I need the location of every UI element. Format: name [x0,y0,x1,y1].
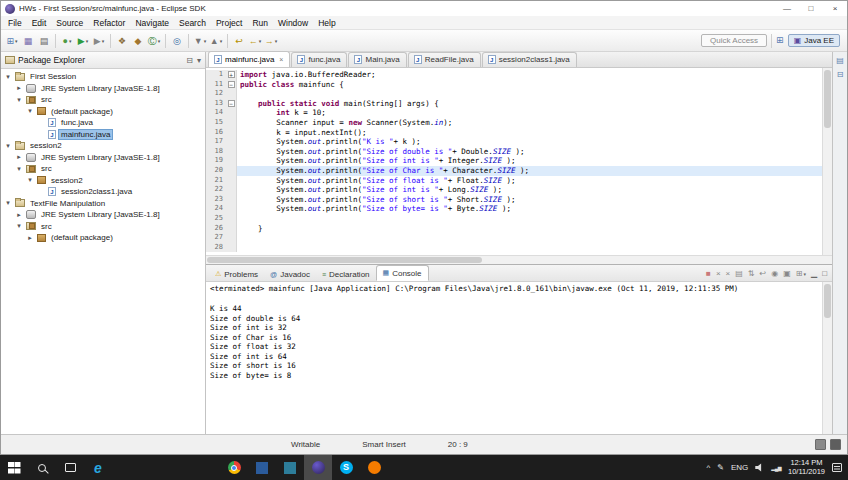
tree-item-jre-system-library-javase-1-8[interactable]: ▸JRE System Library [JavaSE-1.8] [1,83,205,95]
teal-app-button[interactable] [276,455,304,480]
tree-item-src[interactable]: ▾src [1,221,205,233]
skype-app-button[interactable]: S [332,455,360,480]
blue-app-button[interactable] [248,455,276,480]
new-class-icon[interactable]: Ⓒ▾ [146,32,162,49]
clear-console-icon[interactable]: ▤ [735,267,743,281]
debug-icon[interactable]: ●▾ [59,32,75,49]
word-wrap-icon[interactable]: ↩ [760,267,767,281]
tree-item-jre-system-library-javase-1-8[interactable]: ▸JRE System Library [JavaSE-1.8] [1,209,205,221]
minimize-button[interactable]: — [775,1,799,16]
minimized-view-icon-2[interactable]: ⊟ [837,70,844,79]
code-line-22[interactable]: 22 System.out.println("Size of int is "+… [206,185,822,195]
remove-all-launches-icon[interactable]: × [726,267,731,281]
editor-tab-func-java[interactable]: Jfunc.java [291,52,347,67]
back-icon[interactable]: ←▾ [247,32,263,49]
code-line-23[interactable]: 23 System.out.println("Size of short is … [206,195,822,205]
expander-icon[interactable]: ▸ [15,211,23,219]
close-button[interactable]: × [823,1,847,16]
language-indicator[interactable]: ENG [731,463,748,472]
title-bar[interactable]: HWs - First Session/src/mainfunc.java - … [1,1,847,16]
action-center-button[interactable] [832,463,842,472]
expander-icon[interactable]: ▾ [4,199,12,207]
menu-window[interactable]: Window [273,18,313,28]
fold-collapse-icon[interactable]: − [228,100,235,107]
maximize-panel-icon[interactable]: □ [822,267,827,281]
code-line-15[interactable]: 15 Scanner input = new Scanner(System.in… [206,118,822,128]
open-console-icon[interactable]: ⊞▾ [796,267,806,281]
code-line-12[interactable]: 12 [206,89,822,99]
menu-file[interactable]: File [3,18,27,28]
menu-help[interactable]: Help [313,18,340,28]
save-icon[interactable]: ▦ [20,32,36,49]
code-line-14[interactable]: 14 int k = 10; [206,108,822,118]
volume-icon[interactable] [755,463,764,472]
expander-icon[interactable]: ▸ [26,234,34,242]
orange-app-button[interactable] [360,455,388,480]
minimized-view-icon-1[interactable]: ▤ [836,56,844,65]
fold-toggle[interactable]: − [226,99,237,109]
menu-refactor[interactable]: Refactor [88,18,130,28]
fold-expand-icon[interactable]: + [228,71,235,78]
collapse-all-icon[interactable]: ⊟ [186,56,193,65]
pen-icon[interactable]: ✎ [717,463,724,472]
tree-item-src[interactable]: ▾src [1,94,205,106]
expander-icon[interactable]: ▾ [4,73,12,81]
tree-item-src[interactable]: ▾src [1,163,205,175]
panel-tab-problems[interactable]: ⚠Problems [209,267,264,281]
code-line-25[interactable]: 25 [206,214,822,224]
external-tools-icon[interactable]: ▶▾ [91,32,107,49]
start-button[interactable] [0,455,28,480]
status-bar-icon-2[interactable] [830,439,841,450]
tree-item-default-package[interactable]: ▾(default package) [1,106,205,118]
expander-icon[interactable]: ▾ [26,176,34,184]
previous-annotation-icon[interactable]: ▲▾ [208,32,224,49]
tree-item-session2[interactable]: ▾session2 [1,140,205,152]
tree-item-first-session[interactable]: ▾First Session [1,71,205,83]
task-view-button[interactable] [56,455,84,480]
code-line-1[interactable]: 1+import java.io.BufferedReader; [206,70,822,80]
expander-icon[interactable]: ▾ [15,96,23,104]
taskbar-search-button[interactable] [28,455,56,480]
editor-tab-readfile-java[interactable]: JReadFile.java [408,52,481,67]
tree-item-mainfunc-java[interactable]: Jmainfunc.java [1,129,205,141]
expander-icon[interactable]: ▸ [15,84,23,92]
terminate-icon[interactable]: ■ [706,267,711,281]
code-area[interactable]: 1+import java.io.BufferedReader;11−publi… [206,68,822,255]
pin-console-icon[interactable]: ◉ [771,267,778,281]
scroll-lock-icon[interactable]: ⇅ [748,267,755,281]
next-annotation-icon[interactable]: ▼▾ [192,32,208,49]
taskbar-clock[interactable]: 12:14 PM 10/11/2019 [788,459,825,476]
print-icon[interactable]: ▤ [36,32,52,49]
menu-edit[interactable]: Edit [27,18,52,28]
console-text-area[interactable]: <terminated> mainfunc [Java Application]… [206,282,822,434]
remove-launch-icon[interactable]: × [716,267,721,281]
minimize-panel-icon[interactable]: ▁ [811,267,817,281]
search-icon[interactable]: ◎ [169,32,185,49]
fold-toggle[interactable]: + [226,70,237,80]
code-line-18[interactable]: 18 System.out.println("Size of double is… [206,147,822,157]
panel-tab-console[interactable]: ▦Console [376,265,429,281]
forward-icon[interactable]: →▾ [263,32,279,49]
console-vertical-scrollbar-thumb[interactable] [824,284,831,318]
code-editor[interactable]: 1+import java.io.BufferedReader;11−publi… [206,68,832,264]
fold-collapse-icon[interactable]: − [228,81,235,88]
editor-tab-mainfunc-java[interactable]: Jmainfunc.java× [208,51,290,67]
code-line-26[interactable]: 26 } [206,224,822,234]
code-line-19[interactable]: 19 System.out.println("Size of int is "+… [206,156,822,166]
eclipse-app-button[interactable] [304,455,332,480]
tree-item-jre-system-library-javase-1-8[interactable]: ▸JRE System Library [JavaSE-1.8] [1,152,205,164]
editor-tab-main-java[interactable]: JMain.java [348,52,406,67]
chrome-app-button[interactable] [220,455,248,480]
new-wizard-icon[interactable]: ⊞▾ [4,32,20,49]
open-perspective-icon[interactable]: ⊞ [776,33,784,48]
new-package-icon[interactable]: ◆ [130,32,146,49]
editor-horizontal-scrollbar-thumb[interactable] [207,257,482,263]
view-menu-icon[interactable]: ▾ [197,56,201,65]
code-line-11[interactable]: 11−public class mainfunc { [206,80,822,90]
code-line-27[interactable]: 27 [206,233,822,243]
last-edit-location-icon[interactable]: ↩ [231,32,247,49]
panel-tab-javadoc[interactable]: @Javadoc [264,267,316,281]
expander-icon[interactable]: ▸ [15,153,23,161]
code-line-20[interactable]: 20 System.out.println("Size of Char is "… [206,166,822,176]
tree-item-session2[interactable]: ▾session2 [1,175,205,187]
